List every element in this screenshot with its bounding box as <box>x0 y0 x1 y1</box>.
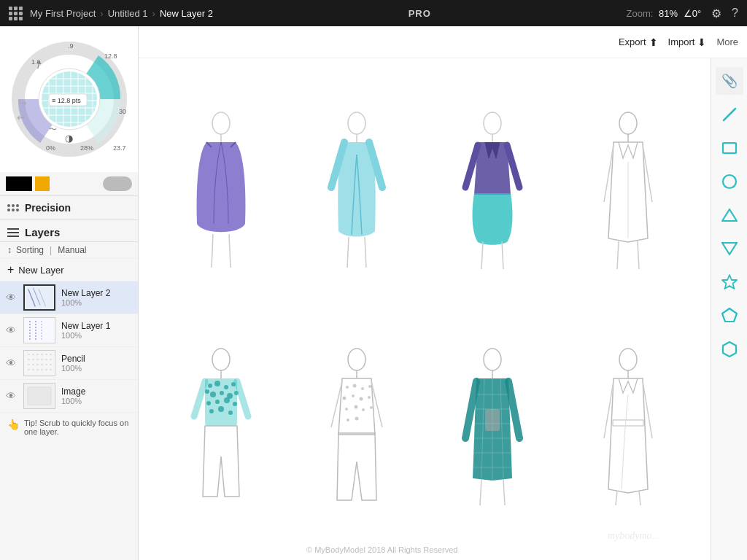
figure-5 <box>181 343 261 511</box>
svg-point-97 <box>347 419 349 421</box>
figure-1 <box>181 107 261 275</box>
file-name[interactable]: Untitled 1 <box>108 8 148 19</box>
svg-marker-122 <box>722 243 737 254</box>
triangle-down-tool-button[interactable] <box>716 235 743 262</box>
more-button[interactable]: More <box>716 36 738 47</box>
svg-marker-124 <box>722 308 737 322</box>
layer-info: Image 100% <box>61 386 132 405</box>
yellow-swatch[interactable] <box>35 176 50 191</box>
hamburger-icon[interactable] <box>7 228 19 237</box>
svg-text:〜: 〜 <box>49 125 57 133</box>
layer-name: Image <box>61 386 132 397</box>
fashion-card-4 <box>560 73 696 309</box>
layer-item[interactable]: 👁 Pencil 100% <box>0 347 138 380</box>
svg-point-47 <box>212 112 230 134</box>
eye-icon[interactable]: 👁 <box>6 324 18 336</box>
rectangle-tool-button[interactable] <box>716 134 743 162</box>
figure-4 <box>588 107 668 275</box>
svg-point-78 <box>209 409 214 413</box>
svg-text:↪: ↪ <box>18 97 27 109</box>
import-icon: ⬇ <box>697 36 706 48</box>
svg-point-120 <box>723 175 736 188</box>
color-wheel-area[interactable]: ↗ ↩ ↪ <box>0 26 138 172</box>
topbar: My First Project › Untitled 1 › New Laye… <box>0 0 747 26</box>
svg-point-69 <box>224 385 228 389</box>
import-button[interactable]: Import ⬇ <box>668 36 707 48</box>
star-tool-button[interactable] <box>716 268 743 296</box>
breadcrumb-sep-1: › <box>100 8 103 19</box>
layer-item[interactable]: 👁 New Layer 2 100% <box>0 281 138 314</box>
new-layer-button[interactable]: + New Layer <box>0 259 138 281</box>
svg-point-74 <box>206 401 211 405</box>
svg-point-88 <box>368 385 371 388</box>
svg-point-93 <box>345 408 348 411</box>
svg-rect-115 <box>613 420 643 426</box>
export-label: Export <box>619 36 646 47</box>
circle-tool-button[interactable] <box>716 168 743 195</box>
svg-line-50 <box>229 234 231 268</box>
fashion-card-8 <box>560 309 696 545</box>
app-grid-icon[interactable] <box>9 7 23 20</box>
project-name[interactable]: My First Project <box>30 8 96 19</box>
triangle-up-tool-button[interactable] <box>716 201 743 229</box>
settings-icon[interactable]: ⚙ <box>711 7 721 20</box>
svg-point-89 <box>343 397 347 400</box>
watermark: mybodymo... <box>608 530 659 542</box>
figure-3 <box>452 107 533 275</box>
black-swatch[interactable] <box>6 176 32 191</box>
topbar-right: Zoom: 81% ∠0° ⚙ ? <box>627 7 738 20</box>
hexagon-tool-button[interactable] <box>716 335 743 363</box>
svg-point-90 <box>352 394 355 397</box>
layer-name[interactable]: New Layer 2 <box>160 8 213 19</box>
eye-icon[interactable]: 👁 <box>6 292 18 303</box>
wheel-svg: ↗ ↩ ↪ <box>11 41 128 158</box>
svg-text:12.8: 12.8 <box>104 52 117 60</box>
toggle-switch[interactable] <box>103 176 132 191</box>
layer-name: New Layer 1 <box>61 321 132 331</box>
svg-point-67 <box>208 384 212 388</box>
pentagon-tool-button[interactable] <box>716 302 743 330</box>
help-icon[interactable]: ? <box>732 7 738 20</box>
sorting-label: Sorting <box>16 245 44 255</box>
svg-point-96 <box>370 406 373 409</box>
svg-text:30: 30 <box>119 108 126 115</box>
svg-line-63 <box>638 241 639 269</box>
precision-section[interactable]: Precision <box>0 196 138 220</box>
attachment-button[interactable]: 📎 <box>716 67 743 95</box>
layers-list: 👁 New Layer 2 100% 👁 <box>0 281 138 413</box>
export-button[interactable]: Export ⬆ <box>619 36 658 48</box>
svg-point-59 <box>619 112 637 134</box>
tip-hand-icon: 👆 <box>7 419 20 436</box>
svg-point-80 <box>228 411 233 415</box>
zoom-label: Zoom: 81% ∠0° <box>627 8 702 19</box>
eye-icon[interactable]: 👁 <box>6 357 18 369</box>
precision-label: Precision <box>25 202 71 214</box>
layer-thumbnail <box>23 317 55 343</box>
svg-point-99 <box>484 349 501 370</box>
svg-point-92 <box>368 396 371 399</box>
svg-point-77 <box>233 402 237 406</box>
sorting-mode: Manual <box>58 245 86 255</box>
figure-6 <box>317 343 397 511</box>
fashion-card-1 <box>153 73 289 309</box>
svg-point-64 <box>212 349 230 370</box>
eye-icon[interactable]: 👁 <box>6 390 18 402</box>
svg-line-111 <box>480 479 481 505</box>
fashion-card-3 <box>425 73 560 309</box>
svg-rect-110 <box>485 409 500 431</box>
fashion-card-7 <box>425 309 560 545</box>
line-tool-button[interactable] <box>716 101 743 128</box>
sorting-row[interactable]: ↕ Sorting | Manual <box>0 242 138 259</box>
fashion-card-6 <box>289 309 425 545</box>
layer-thumbnail <box>23 350 55 376</box>
svg-point-86 <box>353 384 357 388</box>
layer-item[interactable]: 👁 Image 100% <box>0 380 138 413</box>
svg-text:0%: 0% <box>46 144 55 152</box>
svg-line-118 <box>724 109 735 120</box>
fashion-card-5 <box>153 309 289 545</box>
svg-text:28%: 28% <box>80 144 93 152</box>
color-wheel[interactable]: ↗ ↩ ↪ <box>11 41 128 158</box>
layer-item[interactable]: 👁 New Layer 1 100% <box>0 314 138 347</box>
layers-title: Layers <box>25 226 60 238</box>
svg-rect-46 <box>28 387 51 405</box>
